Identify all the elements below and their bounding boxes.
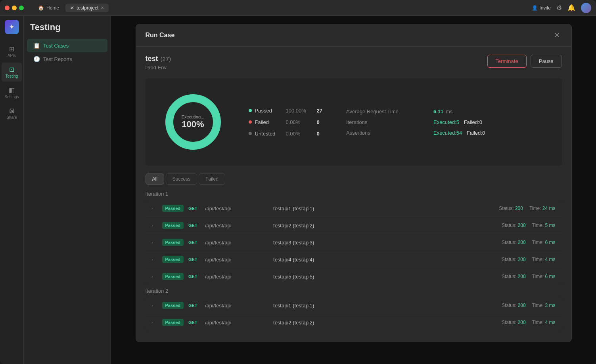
failed-label: Failed: [255, 119, 283, 125]
legend-untested: Untested 0.00% 0: [249, 131, 322, 137]
avg-request-val: 6.11 ms: [433, 109, 452, 114]
chevron-right-icon[interactable]: ›: [152, 257, 157, 262]
test-meta: Status: 200 Time: 24 ms: [499, 206, 555, 211]
passed-count: 27: [317, 108, 322, 114]
status-text: Status: 200: [502, 223, 526, 228]
stats-right: Average Request Time 6.11 ms Iterations …: [346, 109, 485, 136]
chevron-right-icon[interactable]: ›: [152, 240, 157, 245]
failed-dot: [249, 120, 252, 124]
method-badge: GET: [188, 274, 200, 279]
failed-count: 0: [317, 119, 320, 125]
chevron-right-icon[interactable]: ›: [152, 206, 157, 211]
failed-percent: 0.00%: [286, 119, 314, 125]
assertions-label: Assertions: [346, 130, 410, 136]
settings-icon[interactable]: ⚙: [556, 4, 562, 11]
home-icon: 🏠: [38, 5, 44, 11]
apis-icon: ⊞: [9, 45, 14, 53]
method-badge: GET: [188, 206, 200, 211]
tabs-area: 🏠 Home ✕ testproject ✕: [33, 4, 529, 12]
test-name: testapi3 (testapi3): [273, 240, 497, 246]
table-row: › Passed GET /api/test/api testapi5 (tes…: [146, 268, 562, 285]
status-badge: Passed: [162, 205, 184, 212]
run-info: test (27) Prod Env: [146, 55, 171, 71]
terminate-button[interactable]: Terminate: [487, 55, 527, 68]
test-path: /api/test/api: [205, 320, 268, 326]
test-path: /api/test/api: [205, 206, 268, 212]
tab-testproject-label: testproject: [77, 5, 98, 11]
fullscreen-traffic-light[interactable]: [19, 6, 24, 10]
table-row: › Passed GET /api/test/api testapi1 (tes…: [146, 200, 562, 217]
share-nav-icon: ⊠: [9, 107, 14, 114]
apis-label: APIs: [8, 53, 16, 58]
avatar: [581, 3, 591, 13]
iteration-1-label: Iteration 1: [146, 191, 562, 197]
assertions-executed: Executed:54: [433, 130, 462, 136]
filter-success[interactable]: Success: [166, 173, 197, 185]
method-badge: GET: [188, 223, 200, 228]
content-area: Run Case ✕ test (27) Prod Env: [111, 16, 596, 364]
iteration-1-block: Iteration 1 › Passed GET /api/test/api t…: [146, 191, 562, 285]
avg-request-label: Average Request Time: [346, 109, 410, 114]
sidebar-narrow: ✦ ⊞ APIs ⊡ Testing ◧ Settings ⊠ Share: [0, 16, 24, 364]
sidebar-wide-title: Testing: [24, 22, 111, 39]
testing-label: Testing: [6, 74, 18, 78]
sidebar-item-settings[interactable]: ◧ Settings: [2, 83, 22, 102]
passed-dot: [249, 109, 252, 112]
avg-request-number: 6.11: [433, 109, 443, 114]
tab-testproject[interactable]: ✕ testproject ✕: [65, 4, 109, 12]
pause-button[interactable]: Pause: [531, 55, 562, 68]
time-text: Time: 6 ms: [532, 274, 556, 279]
method-badge: GET: [188, 303, 200, 308]
test-reports-label: Test Reports: [43, 56, 72, 62]
assertions-val: Executed:54 Failed:0: [433, 130, 485, 136]
test-path: /api/test/api: [205, 257, 268, 263]
chevron-right-icon[interactable]: ›: [152, 303, 157, 308]
svg-point-1: [169, 98, 217, 146]
chevron-right-icon[interactable]: ›: [152, 274, 157, 279]
status-badge: Passed: [162, 302, 184, 309]
testing-icon: ⊡: [9, 66, 14, 73]
test-name: testapi2 (testapi2): [273, 223, 497, 229]
share-label: Share: [6, 115, 17, 120]
iterations-executed: Executed:5: [433, 119, 459, 125]
run-actions: Terminate Pause: [487, 55, 562, 68]
minimize-traffic-light[interactable]: [12, 6, 17, 10]
test-name: testapi4 (testapi4): [273, 257, 497, 263]
sidebar-item-testing[interactable]: ⊡ Testing: [2, 63, 22, 82]
assertions-row: Assertions Executed:54 Failed:0: [346, 130, 485, 136]
filter-failed[interactable]: Failed: [199, 173, 225, 185]
run-title: test: [146, 55, 158, 63]
modal-close-button[interactable]: ✕: [552, 30, 562, 40]
sidebar-menu-test-cases[interactable]: 📋 Test Cases: [27, 39, 107, 52]
test-meta: Status: 200 Time: 4 ms: [502, 320, 556, 325]
tab-close-icon[interactable]: ✕: [101, 6, 104, 10]
status-badge: Passed: [162, 273, 184, 280]
iterations-row: Iterations Executed:5 Failed:0: [346, 119, 485, 125]
bell-icon[interactable]: 🔔: [567, 4, 575, 11]
test-name: testapi1 (testapi1): [273, 303, 497, 309]
table-row: › Passed GET /api/test/api testapi4 (tes…: [146, 251, 562, 268]
chevron-right-icon[interactable]: ›: [152, 320, 157, 325]
chevron-right-icon[interactable]: ›: [152, 223, 157, 228]
table-row: › Passed GET /api/test/api testapi1 (tes…: [146, 297, 562, 314]
sidebar-item-share[interactable]: ⊠ Share: [2, 104, 22, 123]
donut-chart: Executing... 100%: [161, 90, 225, 154]
invite-button[interactable]: 👤 Invite: [532, 5, 551, 11]
sidebar-item-apis[interactable]: ⊞ APIs: [2, 42, 22, 61]
filter-all[interactable]: All: [146, 173, 164, 185]
status-text: Status: 200: [499, 206, 523, 211]
untested-percent: 0.00%: [286, 131, 314, 137]
close-traffic-light[interactable]: [5, 6, 10, 10]
modal-body: test (27) Prod Env Terminate Pause: [136, 47, 571, 342]
tab-home-label: Home: [46, 5, 59, 11]
test-meta: Status: 200 Time: 6 ms: [502, 274, 556, 279]
iteration-1-rows: › Passed GET /api/test/api testapi1 (tes…: [146, 200, 562, 285]
sidebar-menu-test-reports[interactable]: 🕐 Test Reports: [27, 52, 107, 66]
assertions-failed: Failed:0: [467, 130, 485, 136]
time-text: Time: 5 ms: [532, 223, 556, 228]
avg-request-unit: ms: [446, 109, 452, 114]
traffic-lights: [5, 6, 24, 10]
tab-home[interactable]: 🏠 Home: [33, 4, 64, 12]
invite-label: Invite: [539, 5, 551, 11]
status-text: Status: 200: [502, 240, 526, 245]
